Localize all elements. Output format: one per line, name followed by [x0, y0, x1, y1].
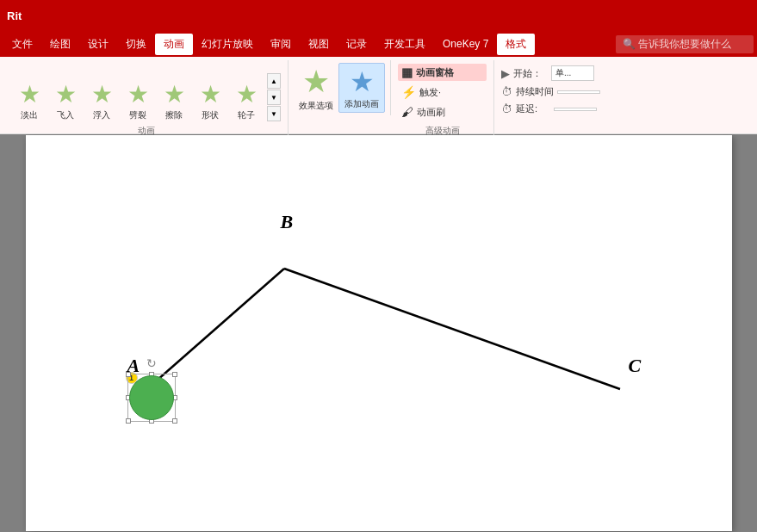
- anim-wheel-btn[interactable]: ★ 轮子: [229, 78, 264, 123]
- duration-label: 持续时间: [516, 85, 554, 98]
- menu-devtools[interactable]: 开发工具: [375, 34, 434, 55]
- green-circle: [129, 375, 174, 420]
- ribbon-animation-group: ★ 淡出 ★ 飞入 ★ 浮入 ★ 劈裂 ★ 擦除: [5, 60, 289, 139]
- delay-value[interactable]: [554, 108, 597, 111]
- anim-split-btn[interactable]: ★ 劈裂: [121, 78, 155, 123]
- slide-label-c: C: [629, 355, 642, 377]
- menu-transition[interactable]: 切换: [117, 34, 155, 55]
- scroll-arrows: ▲ ▼ ▼: [267, 71, 281, 123]
- svg-line-0: [157, 269, 284, 380]
- anim-floatin-label: 浮入: [93, 109, 110, 121]
- menu-design[interactable]: 设计: [79, 34, 117, 55]
- anim-floatin-btn[interactable]: ★ 浮入: [84, 78, 119, 123]
- slide[interactable]: B A C ↻ 1: [26, 135, 732, 531]
- timing-group: ▶ 开始： 单... ⏱ 持续时间 ⏱ 延迟:: [494, 60, 615, 134]
- rotate-handle[interactable]: ↻: [146, 356, 157, 370]
- scroll-up-btn[interactable]: ▲: [267, 73, 281, 89]
- menu-format[interactable]: 格式: [497, 34, 535, 55]
- handle-top-left[interactable]: [126, 372, 131, 377]
- scroll-down-btn[interactable]: ▼: [267, 90, 281, 105]
- animation-brush-btn[interactable]: 🖌 动画刷: [398, 103, 487, 121]
- delay-label: 延迟:: [516, 102, 550, 115]
- slide-label-b: B: [281, 211, 294, 233]
- trigger-btn[interactable]: ⚡ 触发·: [398, 84, 487, 101]
- start-icon: ▶: [501, 67, 510, 80]
- menu-animation[interactable]: 动画: [155, 34, 193, 55]
- menu-record[interactable]: 记录: [338, 34, 375, 55]
- search-placeholder: 告诉我你想要做什么: [638, 37, 731, 52]
- scroll-expand-btn[interactable]: ▼: [267, 106, 281, 121]
- slide-area: B A C ↻ 1: [0, 134, 757, 532]
- add-animation-label: 添加动画: [344, 98, 379, 110]
- anim-wipe-btn[interactable]: ★ 擦除: [157, 78, 191, 123]
- search-bar[interactable]: 🔍 告诉我你想要做什么: [616, 35, 754, 53]
- timing-duration-row: ⏱ 持续时间: [501, 85, 608, 98]
- duration-value[interactable]: [557, 90, 600, 94]
- effect-add-group: ★ 效果选项 ★ 添加动画: [289, 60, 391, 115]
- search-icon: 🔍: [623, 38, 636, 50]
- trigger-icon: ⚡: [401, 85, 416, 99]
- title-bar-text: Rit: [7, 9, 22, 22]
- handle-bot-right[interactable]: [172, 418, 177, 424]
- delay-icon: ⏱: [501, 102, 512, 115]
- start-label: 开始：: [513, 67, 548, 80]
- start-value[interactable]: 单...: [551, 65, 594, 81]
- anim-fadeout-label: 淡出: [21, 109, 38, 121]
- anim-shape-btn[interactable]: ★ 形状: [193, 78, 227, 123]
- duration-icon: ⏱: [501, 85, 512, 98]
- animation-brush-icon: 🖌: [401, 105, 413, 119]
- anim-flyin-label: 飞入: [57, 109, 74, 121]
- title-bar: Rit: [0, 0, 757, 31]
- green-circle-element[interactable]: ↻ 1: [127, 374, 176, 422]
- animation-pane-btn[interactable]: ▦ 动画窗格: [398, 64, 487, 81]
- add-animation-btn[interactable]: ★ 添加动画: [338, 63, 385, 113]
- animation-pane-label: 动画窗格: [416, 66, 454, 79]
- handle-bot-left[interactable]: [126, 418, 131, 424]
- animation-pane-icon: ▦: [401, 65, 413, 79]
- timing-delay-row: ⏱ 延迟:: [501, 102, 608, 115]
- menu-draw[interactable]: 绘图: [41, 34, 79, 55]
- anim-fadeout-btn[interactable]: ★ 淡出: [12, 78, 47, 123]
- timing-start-row: ▶ 开始： 单...: [501, 65, 608, 81]
- anim-split-label: 劈裂: [129, 109, 146, 121]
- trigger-label: 触发·: [419, 86, 441, 99]
- menu-view[interactable]: 视图: [300, 34, 338, 55]
- animation-brush-label: 动画刷: [417, 106, 445, 119]
- anim-wipe-label: 擦除: [165, 109, 183, 121]
- svg-line-1: [284, 269, 620, 389]
- advanced-animation-group: ▦ 动画窗格 ⚡ 触发· 🖌 动画刷 高级动画: [391, 60, 494, 139]
- slide-drawing: [26, 135, 732, 531]
- menu-bar: 文件 绘图 设计 切换 动画 幻灯片放映 审阅 视图 记录 开发工具 OneKe…: [0, 31, 757, 57]
- menu-file[interactable]: 文件: [3, 34, 41, 55]
- menu-slideshow[interactable]: 幻灯片放映: [193, 34, 262, 55]
- menu-onekey[interactable]: OneKey 7: [434, 34, 497, 53]
- effect-options-btn[interactable]: ★ 效果选项: [294, 62, 338, 114]
- ribbon: ★ 淡出 ★ 飞入 ★ 浮入 ★ 劈裂 ★ 擦除: [0, 57, 757, 134]
- anim-wheel-label: 轮子: [238, 109, 255, 121]
- anim-flyin-btn[interactable]: ★ 飞入: [48, 78, 83, 123]
- anim-shape-label: 形状: [202, 109, 219, 121]
- handle-top-right[interactable]: [172, 372, 177, 377]
- effect-options-label: 效果选项: [299, 100, 333, 112]
- menu-review[interactable]: 审阅: [262, 34, 300, 55]
